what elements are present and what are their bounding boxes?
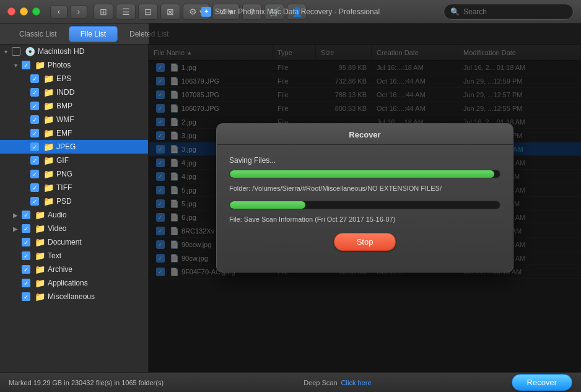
modal-overlay: Recover Saving Files... Folder: /Volumes… (149, 24, 581, 372)
checkbox-video[interactable] (22, 224, 30, 233)
sidebar-item-eps[interactable]: 📁 EPS (0, 72, 148, 85)
folder-icon: 📁 (43, 169, 54, 179)
column-view-button[interactable]: ⊟ (138, 4, 158, 20)
grid-view-button[interactable]: ⊞ (94, 4, 113, 20)
recover-modal: Recover Saving Files... Folder: /Volumes… (216, 123, 513, 272)
search-input[interactable] (463, 7, 567, 16)
cover-view-button[interactable]: ⊠ (160, 4, 180, 20)
toggle-icon[interactable]: ▾ (11, 62, 20, 69)
search-box[interactable]: 🔍 (443, 4, 574, 20)
minimize-button[interactable] (20, 7, 28, 15)
sidebar-item-applications[interactable]: 📁 Applications (0, 276, 148, 290)
status-text: Marked 19.29 GB in 230432 file(s) in 106… (9, 379, 164, 386)
sidebar-item-audio[interactable]: ▶ 📁 Audio (0, 208, 148, 222)
folder-icon: 📁 (35, 278, 45, 288)
file-label: File: Save Scan Information (Fri Oct 27 … (229, 216, 500, 223)
folder-icon: 📁 (35, 251, 45, 261)
sidebar-item-photos[interactable]: ▾ 📁 Photos (0, 58, 148, 72)
sidebar-item-bmp[interactable]: 📁 BMP (0, 99, 148, 113)
drive-icon: 💿 (25, 46, 35, 56)
checkbox-emf[interactable] (30, 129, 39, 137)
sidebar-item-jpeg[interactable]: 📁 JPEG (0, 140, 148, 154)
checkbox-gif[interactable] (30, 156, 39, 165)
back-button[interactable]: ‹ (50, 5, 68, 19)
close-button[interactable] (7, 7, 15, 15)
folder-icon: 📁 (35, 210, 45, 220)
search-icon: 🔍 (450, 7, 460, 16)
checkbox-png[interactable] (30, 170, 39, 178)
toggle-icon[interactable]: ▶ (11, 225, 20, 232)
folder-icon: 📁 (43, 74, 54, 84)
folder-icon: 📁 (43, 183, 54, 193)
sidebar-item-video[interactable]: ▶ 📁 Video (0, 222, 148, 235)
checkbox-macintosh-hd[interactable] (12, 47, 20, 56)
folder-icon: 📁 (43, 155, 54, 165)
sidebar-item-wmf[interactable]: 📁 WMF (0, 113, 148, 126)
checkbox-jpeg[interactable] (30, 142, 39, 151)
checkbox-tiff[interactable] (30, 183, 39, 192)
titlebar-nav: ‹ › (50, 5, 87, 19)
status-center: Deep Scan Click here (304, 379, 371, 386)
checkbox-eps[interactable] (30, 74, 39, 83)
sidebar-item-png[interactable]: 📁 PNG (0, 167, 148, 181)
sidebar-item-gif[interactable]: 📁 GIF (0, 154, 148, 167)
sidebar-item-tiff[interactable]: 📁 TIFF (0, 181, 148, 194)
checkbox-indd[interactable] (30, 88, 39, 97)
sidebar-item-text[interactable]: 📁 Text (0, 249, 148, 263)
sidebar-item-indd[interactable]: 📁 INDD (0, 85, 148, 99)
sidebar-item-archive[interactable]: 📁 Archive (0, 263, 148, 276)
folder-icon: 📁 (43, 196, 54, 206)
forward-button[interactable]: › (70, 5, 87, 19)
checkbox-miscellaneous[interactable] (22, 292, 30, 301)
checkbox-document[interactable] (22, 238, 30, 246)
tab-classic-list[interactable]: Classic List (7, 26, 69, 42)
sidebar: ▾ 💿 Macintosh HD ▾ 📁 Photos 📁 EPS (0, 45, 149, 372)
folder-icon: 📁 (43, 101, 54, 111)
saving-label: Saving Files... (229, 156, 500, 165)
sidebar-item-document[interactable]: 📁 Document (0, 235, 148, 249)
progress-bar-2 (229, 201, 500, 209)
stop-button[interactable]: Stop (334, 233, 396, 251)
folder-icon: 📁 (35, 224, 45, 233)
progress-bar-1 (229, 170, 500, 178)
sidebar-item-miscellaneous[interactable]: 📁 Miscellaneous (0, 290, 148, 303)
checkbox-photos[interactable] (22, 61, 30, 69)
sidebar-item-macintosh-hd[interactable]: ▾ 💿 Macintosh HD (0, 45, 148, 58)
folder-icon: 📁 (43, 87, 54, 97)
tab-file-list[interactable]: File List (69, 26, 118, 42)
checkbox-wmf[interactable] (30, 115, 39, 124)
checkbox-text[interactable] (22, 251, 30, 260)
folder-icon: 📁 (43, 128, 54, 138)
folder-icon: 📁 (35, 237, 45, 247)
list-view-button[interactable]: ☰ (116, 4, 136, 20)
modal-footer: Stop (229, 233, 500, 261)
toggle-icon[interactable]: ▾ (1, 48, 10, 55)
deep-scan-label: Deep Scan (304, 379, 337, 386)
titlebar: ‹ › ⊞ ☰ ⊟ ⊠ ⚙ ▾ ↺ ▾ ? 🛒 👤 ✦ Stellar Phoe… (0, 0, 581, 24)
sidebar-item-emf[interactable]: 📁 EMF (0, 126, 148, 140)
maximize-button[interactable] (32, 7, 40, 15)
folder-icon: 📁 (43, 115, 54, 124)
recover-button[interactable]: Recover (512, 374, 572, 391)
checkbox-bmp[interactable] (30, 102, 39, 110)
folder-icon: 📁 (35, 264, 45, 274)
folder-icon: 📁 (43, 142, 54, 152)
titlebar-title: ✦ Stellar Phoenix Mac Data Recovery - Pr… (201, 7, 380, 17)
checkbox-audio[interactable] (22, 211, 30, 219)
checkbox-archive[interactable] (22, 265, 30, 274)
checkbox-applications[interactable] (22, 279, 30, 287)
click-here-link[interactable]: Click here (341, 379, 372, 386)
sidebar-item-psd[interactable]: 📁 PSD (0, 194, 148, 208)
folder-path-label: Folder: /Volumes/Sierra/#Root/Miscellane… (229, 185, 500, 192)
folder-icon: 📁 (35, 60, 45, 70)
folder-icon: 📁 (35, 292, 45, 302)
modal-title: Recover (217, 124, 513, 145)
toggle-icon[interactable]: ▶ (11, 212, 20, 219)
modal-body: Saving Files... Folder: /Volumes/Sierra/… (217, 145, 513, 272)
checkbox-psd[interactable] (30, 197, 39, 206)
statusbar: Marked 19.29 GB in 230432 file(s) in 106… (0, 372, 581, 392)
app-icon: ✦ (201, 7, 211, 17)
window-controls (7, 7, 40, 15)
